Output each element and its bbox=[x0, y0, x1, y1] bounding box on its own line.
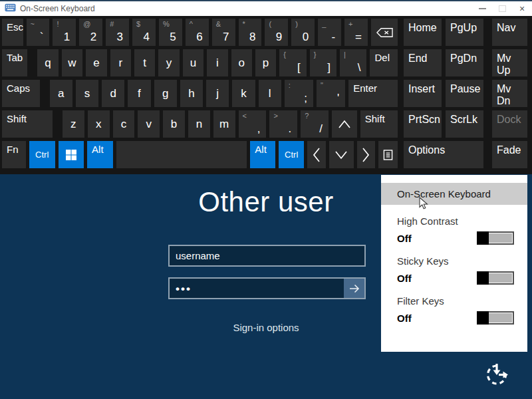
key-ctrl[interactable]: Ctrl bbox=[279, 141, 305, 168]
password-input[interactable] bbox=[170, 281, 344, 296]
key-m[interactable]: m bbox=[213, 110, 235, 138]
key-fade[interactable]: Fade bbox=[492, 141, 527, 168]
username-input[interactable] bbox=[170, 250, 364, 261]
key-scrlk[interactable]: ScrLk bbox=[446, 110, 483, 138]
toggle-switch[interactable] bbox=[477, 231, 514, 245]
key-nav[interactable]: Nav bbox=[492, 19, 527, 46]
key-`[interactable]: ~` bbox=[27, 19, 50, 46]
key-3[interactable]: #3 bbox=[106, 19, 129, 46]
key-d[interactable]: d bbox=[102, 80, 124, 107]
key-.[interactable]: >. bbox=[269, 110, 297, 138]
close-button[interactable]: × bbox=[512, 1, 532, 16]
key-alt[interactable]: Alt bbox=[250, 141, 275, 168]
key-caps[interactable]: Caps bbox=[2, 80, 40, 107]
toggle-switch[interactable] bbox=[477, 311, 514, 325]
flyout-item-on-screen-keyboard[interactable]: On-Screen Keyboard bbox=[381, 183, 527, 205]
key-pause[interactable]: Pause bbox=[446, 80, 483, 107]
key-enter[interactable]: Enter bbox=[348, 80, 398, 107]
backspace-key[interactable] bbox=[371, 19, 398, 46]
key-shift[interactable]: Shift bbox=[360, 110, 398, 138]
key-dock[interactable]: Dock bbox=[492, 110, 527, 138]
key-del[interactable]: Del bbox=[370, 49, 398, 76]
key-'[interactable]: "' bbox=[317, 80, 345, 107]
key-options[interactable]: Options bbox=[404, 141, 483, 168]
key-2[interactable]: @2 bbox=[79, 19, 102, 46]
key-j[interactable]: j bbox=[206, 80, 229, 107]
key-home[interactable]: Home bbox=[404, 19, 442, 46]
key-[[interactable]: {[ bbox=[279, 49, 306, 76]
key-c[interactable]: c bbox=[113, 110, 135, 138]
key-end[interactable]: End bbox=[404, 49, 442, 76]
key-v[interactable]: v bbox=[138, 110, 160, 138]
key-h[interactable]: h bbox=[180, 80, 203, 107]
key-pgup[interactable]: PgUp bbox=[446, 19, 483, 46]
key-1[interactable]: !1 bbox=[53, 19, 76, 46]
chevron-left-key[interactable] bbox=[307, 141, 325, 168]
key-fn[interactable]: Fn bbox=[2, 141, 26, 168]
key-l[interactable]: l bbox=[259, 80, 281, 107]
key-][interactable]: }] bbox=[310, 49, 336, 76]
key-/[interactable]: ?/ bbox=[301, 110, 329, 138]
setting-state: Off bbox=[397, 313, 412, 324]
key-5[interactable]: %5 bbox=[159, 19, 182, 46]
chevron-up-icon bbox=[336, 118, 352, 131]
context-menu-key[interactable] bbox=[378, 141, 398, 168]
flyout-item-filter-keys: Filter KeysOff bbox=[397, 295, 514, 325]
key-=[interactable]: += bbox=[344, 19, 368, 46]
key-;[interactable]: :; bbox=[285, 80, 313, 107]
backspace-icon bbox=[376, 27, 394, 38]
key-shift[interactable]: Shift bbox=[2, 110, 53, 138]
key-y[interactable]: y bbox=[158, 49, 179, 76]
submit-button[interactable] bbox=[344, 279, 364, 298]
key-n[interactable]: n bbox=[188, 110, 210, 138]
key-w[interactable]: w bbox=[62, 49, 82, 76]
key-tab[interactable]: Tab bbox=[2, 49, 27, 76]
windows-key[interactable] bbox=[59, 141, 84, 168]
key-p[interactable]: p bbox=[255, 49, 276, 76]
key-7[interactable]: &7 bbox=[212, 19, 235, 46]
key-a[interactable]: a bbox=[50, 80, 72, 107]
key-k[interactable]: k bbox=[232, 80, 255, 107]
space-key[interactable] bbox=[116, 141, 247, 168]
key-alt[interactable]: Alt bbox=[87, 141, 113, 168]
ease-of-access-button[interactable] bbox=[481, 359, 512, 390]
key-z[interactable]: z bbox=[63, 110, 84, 138]
key-q[interactable]: q bbox=[37, 49, 58, 76]
chevron-right-key[interactable] bbox=[357, 141, 375, 168]
key-ctrl[interactable]: Ctrl bbox=[29, 141, 55, 168]
key-g[interactable]: g bbox=[154, 80, 177, 107]
key-4[interactable]: $4 bbox=[132, 19, 156, 46]
key-9[interactable]: (9 bbox=[265, 19, 288, 46]
key-prtscn[interactable]: PrtScn bbox=[404, 110, 442, 138]
key--[interactable]: _- bbox=[318, 19, 341, 46]
key-i[interactable]: i bbox=[207, 49, 227, 76]
key-\[interactable]: |\ bbox=[340, 49, 366, 76]
key-insert[interactable]: Insert bbox=[404, 80, 442, 107]
key-mv-dn[interactable]: Mv Dn bbox=[492, 80, 527, 107]
key-u[interactable]: u bbox=[183, 49, 203, 76]
key-e[interactable]: e bbox=[86, 49, 106, 76]
chevron-down-key[interactable] bbox=[329, 141, 354, 168]
key-o[interactable]: o bbox=[231, 49, 252, 76]
shift-symbol: ^ bbox=[190, 20, 193, 28]
toggle-switch[interactable] bbox=[477, 271, 514, 285]
key-0[interactable]: )0 bbox=[291, 19, 315, 46]
key-pgdn[interactable]: PgDn bbox=[446, 49, 483, 76]
toggle-knob bbox=[477, 271, 489, 285]
key-esc[interactable]: Esc bbox=[2, 19, 23, 46]
key-x[interactable]: x bbox=[88, 110, 110, 138]
minimize-button[interactable] bbox=[472, 1, 492, 16]
chevron-up-key[interactable] bbox=[332, 110, 357, 138]
key-b[interactable]: b bbox=[163, 110, 185, 138]
maximize-icon bbox=[499, 5, 506, 12]
maximize-button[interactable] bbox=[492, 1, 512, 16]
key-r[interactable]: r bbox=[110, 49, 131, 76]
key-,[interactable]: <, bbox=[239, 110, 267, 138]
key-t[interactable]: t bbox=[134, 49, 155, 76]
key-f[interactable]: f bbox=[128, 80, 150, 107]
shift-symbol: < bbox=[243, 112, 247, 120]
key-8[interactable]: *8 bbox=[239, 19, 262, 46]
key-s[interactable]: s bbox=[76, 80, 98, 107]
key-mv-up[interactable]: Mv Up bbox=[492, 49, 527, 76]
key-6[interactable]: ^6 bbox=[186, 19, 209, 46]
